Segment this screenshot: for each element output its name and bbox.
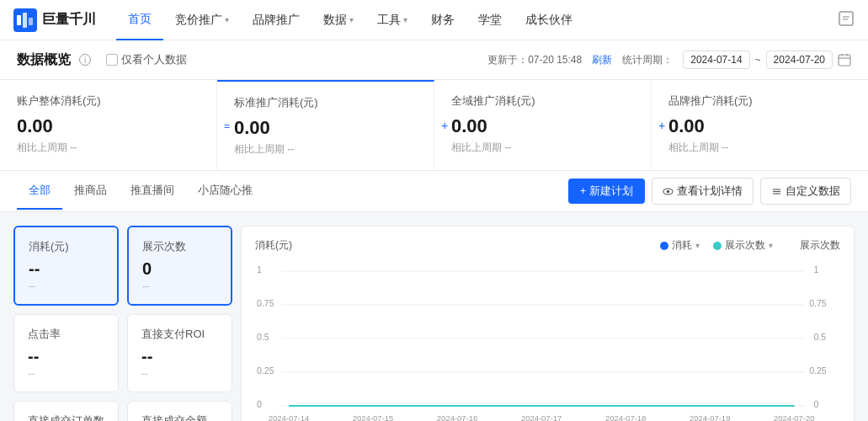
page-header: 数据概览 i 仅看个人数据 更新于：07-20 15:48 刷新 统计周期： 2… bbox=[0, 40, 868, 80]
chart-legend: 消耗(元) 消耗 ▾ 展示次数 ▾ 展示次数 bbox=[255, 238, 840, 253]
metric-value-roi: -- bbox=[141, 347, 218, 366]
legend-dot-impressions bbox=[713, 242, 722, 250]
stat-value-3: 0.00 bbox=[668, 115, 851, 137]
chevron-down-icon: ▾ bbox=[225, 15, 229, 24]
top-navigation: 巨量千川 首页 竞价推广 ▾ 品牌推广 数据 ▾ 工具 ▾ 财务 学堂 成长伙伴 bbox=[0, 0, 868, 40]
refresh-button[interactable]: 刷新 bbox=[592, 53, 612, 67]
tab-live[interactable]: 推直播间 bbox=[119, 173, 186, 210]
main-content: 数据概览 i 仅看个人数据 更新于：07-20 15:48 刷新 统计周期： 2… bbox=[0, 40, 868, 421]
period-label: 统计周期： bbox=[622, 53, 673, 67]
stat-label-0: 账户整体消耗(元) bbox=[17, 93, 200, 109]
metric-row-3: 直接成交订单数 0 -- 直接成交金额(元) 0.00 -- bbox=[13, 401, 232, 421]
nav-item-bidding[interactable]: 竞价推广 ▾ bbox=[163, 0, 241, 40]
stat-value-1: 0.00 bbox=[234, 117, 417, 139]
svg-text:2024-07-14: 2024-07-14 bbox=[269, 414, 309, 421]
metric-card-impressions[interactable]: 展示次数 0 -- bbox=[127, 226, 232, 306]
metric-value-ctr: -- bbox=[28, 347, 104, 366]
metric-title-orders: 直接成交订单数 bbox=[28, 413, 104, 421]
eq-icon: = bbox=[224, 120, 230, 132]
nav-item-home[interactable]: 首页 bbox=[116, 0, 163, 40]
tab-shop[interactable]: 小店随心推 bbox=[186, 173, 264, 210]
checkbox-label: 仅看个人数据 bbox=[121, 52, 187, 67]
chart-container: 1 0.75 0.5 0.25 0 1 0.75 0.5 0.25 0 bbox=[255, 263, 840, 421]
stat-card-overall[interactable]: 账户整体消耗(元) 0.00 相比上周期 -- bbox=[0, 80, 217, 170]
chevron-down-icon-impressions: ▾ bbox=[769, 241, 773, 250]
svg-text:2024-07-18: 2024-07-18 bbox=[605, 414, 646, 421]
metric-title-roi: 直接支付ROI bbox=[141, 327, 218, 342]
nav-item-school[interactable]: 学堂 bbox=[466, 0, 514, 40]
content-area: 消耗(元) -- -- 展示次数 0 -- 点击率 -- -- 直接 bbox=[0, 212, 868, 421]
metric-sub-roi: -- bbox=[141, 368, 218, 380]
metric-card-revenue[interactable]: 直接成交金额(元) 0.00 -- bbox=[127, 401, 232, 421]
nav-item-data[interactable]: 数据 ▾ bbox=[312, 0, 365, 40]
nav-item-finance[interactable]: 财务 bbox=[419, 0, 466, 40]
nav-item-partner[interactable]: 成长伙伴 bbox=[514, 0, 584, 40]
stat-card-brand[interactable]: + 品牌推广消耗(元) 0.00 相比上周期 -- bbox=[652, 80, 868, 170]
notification-icon[interactable] bbox=[838, 10, 855, 27]
metric-row-2: 点击率 -- -- 直接支付ROI -- -- bbox=[13, 314, 232, 392]
metric-sub-consumption: -- bbox=[29, 280, 104, 292]
tab-toolbar: 全部 推商品 推直播间 小店随心推 + 新建计划 查看计划详情 自定义数据 bbox=[0, 171, 868, 212]
nav-item-brand[interactable]: 品牌推广 bbox=[241, 0, 312, 40]
view-plan-button[interactable]: 查看计划详情 bbox=[652, 178, 754, 205]
tab-all[interactable]: 全部 bbox=[17, 173, 62, 210]
stat-value-0: 0.00 bbox=[17, 115, 200, 137]
svg-text:0.5: 0.5 bbox=[813, 333, 826, 342]
metric-card-roi[interactable]: 直接支付ROI -- -- bbox=[127, 314, 232, 392]
nav-items: 首页 竞价推广 ▾ 品牌推广 数据 ▾ 工具 ▾ 财务 学堂 成长伙伴 bbox=[116, 0, 584, 40]
plus-icon-global: + bbox=[441, 119, 448, 132]
new-plan-button[interactable]: + 新建计划 bbox=[568, 179, 645, 204]
metric-card-orders[interactable]: 直接成交订单数 0 -- bbox=[13, 401, 119, 421]
line-chart: 1 0.75 0.5 0.25 0 1 0.75 0.5 0.25 0 bbox=[255, 263, 840, 421]
stat-value-2: 0.00 bbox=[451, 115, 634, 137]
date-end-input[interactable]: 2024-07-20 bbox=[766, 51, 833, 69]
checkbox-icon[interactable] bbox=[106, 54, 118, 66]
svg-rect-4 bbox=[839, 12, 853, 25]
stat-card-standard[interactable]: = 标准推广消耗(元) 0.00 相比上周期 -- bbox=[217, 80, 434, 170]
nav-item-tools[interactable]: 工具 ▾ bbox=[365, 0, 419, 40]
stat-card-global[interactable]: + 全域推广消耗(元) 0.00 相比上周期 -- bbox=[434, 80, 652, 170]
chevron-down-icon-data: ▾ bbox=[349, 15, 354, 24]
metric-card-ctr[interactable]: 点击率 -- -- bbox=[13, 314, 119, 392]
eye-icon bbox=[663, 186, 674, 197]
date-start-input[interactable]: 2024-07-14 bbox=[683, 51, 749, 69]
svg-rect-3 bbox=[29, 18, 33, 25]
topnav-right bbox=[838, 10, 855, 29]
svg-text:0: 0 bbox=[813, 400, 818, 409]
stat-label-1: 标准推广消耗(元) bbox=[234, 95, 417, 110]
legend-label-consumption: 消耗 bbox=[672, 238, 692, 253]
metric-card-consumption[interactable]: 消耗(元) -- -- bbox=[13, 226, 119, 306]
updated-time: 更新于：07-20 15:48 bbox=[487, 53, 582, 67]
svg-rect-7 bbox=[839, 55, 850, 66]
metrics-panel: 消耗(元) -- -- 展示次数 0 -- 点击率 -- -- 直接 bbox=[13, 226, 232, 421]
svg-text:1: 1 bbox=[257, 265, 262, 274]
svg-text:2024-07-17: 2024-07-17 bbox=[521, 414, 562, 421]
tab-products[interactable]: 推商品 bbox=[62, 173, 119, 210]
info-icon[interactable]: i bbox=[79, 54, 91, 66]
personal-data-checkbox[interactable]: 仅看个人数据 bbox=[106, 52, 187, 67]
svg-text:2024-07-16: 2024-07-16 bbox=[437, 414, 477, 421]
svg-rect-2 bbox=[23, 13, 27, 28]
legend-dot-consumption bbox=[660, 242, 668, 250]
toolbar-buttons: + 新建计划 查看计划详情 自定义数据 bbox=[568, 171, 851, 211]
legend-label-impressions: 展示次数 bbox=[725, 238, 765, 253]
svg-text:0.5: 0.5 bbox=[257, 333, 269, 342]
metric-title-ctr: 点击率 bbox=[28, 327, 104, 342]
metric-title-impressions: 展示次数 bbox=[142, 239, 217, 254]
legend-consumption[interactable]: 消耗 ▾ bbox=[660, 238, 700, 253]
stat-label-2: 全域推广消耗(元) bbox=[451, 93, 634, 109]
metric-sub-ctr: -- bbox=[28, 368, 104, 380]
date-tilde: ~ bbox=[755, 54, 761, 66]
chevron-down-icon-tools: ▾ bbox=[403, 15, 407, 24]
stats-row: 账户整体消耗(元) 0.00 相比上周期 -- = 标准推广消耗(元) 0.00… bbox=[0, 80, 868, 171]
custom-data-button[interactable]: 自定义数据 bbox=[760, 178, 851, 205]
svg-text:1: 1 bbox=[813, 265, 818, 274]
plus-icon-brand: + bbox=[658, 119, 665, 132]
settings-icon bbox=[771, 186, 782, 197]
legend-impressions[interactable]: 展示次数 ▾ bbox=[713, 238, 773, 253]
metric-value-consumption: -- bbox=[29, 259, 104, 279]
metric-title-revenue: 直接成交金额(元) bbox=[141, 413, 218, 421]
metric-value-impressions: 0 bbox=[142, 259, 217, 279]
calendar-icon[interactable] bbox=[838, 53, 851, 67]
svg-text:2024-07-19: 2024-07-19 bbox=[690, 414, 730, 421]
